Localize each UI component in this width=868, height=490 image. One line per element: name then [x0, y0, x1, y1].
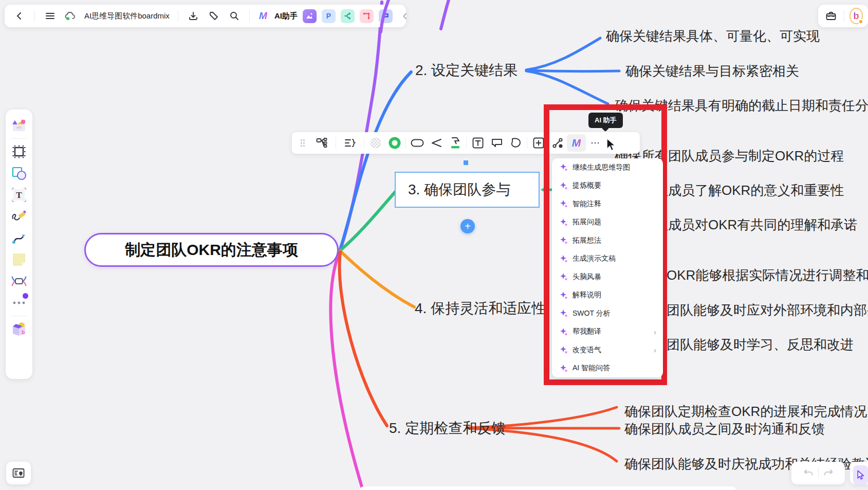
left-tool-sidebar: T b — [6, 110, 32, 379]
export-download-icon[interactable] — [186, 8, 201, 24]
undo-redo-pill — [791, 462, 845, 484]
shapes-tool-icon[interactable] — [9, 162, 29, 184]
resource-box-icon[interactable]: b — [9, 318, 29, 340]
comment-button[interactable] — [487, 134, 506, 152]
branch-node-4[interactable]: 4. 保持灵活和适应性 — [415, 299, 546, 318]
divider — [527, 137, 527, 149]
toolbox-icon[interactable] — [823, 8, 839, 24]
templates-icon[interactable] — [9, 115, 29, 136]
leaf-node[interactable]: 确保关键结果具体、可量化、可实现 — [606, 27, 820, 45]
frame-tool-icon[interactable] — [9, 141, 29, 162]
menu-item-generate-slides[interactable]: 生成演示文稿 — [552, 250, 663, 268]
fill-transparent-button[interactable] — [366, 134, 385, 152]
branch3-collapse-arrow — [541, 185, 548, 194]
svg-text:T: T — [16, 190, 22, 200]
central-topic-node[interactable]: 制定团队OKR的注意事项 — [84, 233, 339, 267]
menu-item-swot-analysis[interactable]: SWOT 分析 — [552, 304, 663, 323]
flowchart-icon[interactable] — [360, 9, 374, 23]
chevron-down-icon: ˅ — [353, 140, 356, 146]
back-button[interactable] — [12, 8, 27, 24]
app-p-icon[interactable]: P — [322, 9, 336, 23]
menu-item-translate[interactable]: 帮我翻译› — [552, 323, 663, 341]
leaf-node[interactable]: 确保团队成员之间及时沟通和反馈 — [624, 420, 825, 438]
submenu-arrow-icon: › — [654, 346, 656, 354]
top-right-toolbar: b — [818, 5, 868, 27]
menu-hamburger-icon[interactable] — [42, 8, 58, 24]
image-tool-icon[interactable] — [303, 9, 317, 23]
undo-button[interactable] — [801, 465, 816, 481]
divider — [178, 10, 178, 22]
branch-node-3-selected[interactable]: 3. 确保团队参与 — [395, 172, 540, 208]
branch-color-button[interactable] — [446, 134, 465, 152]
menu-item-expand-questions[interactable]: 拓展问题 — [552, 213, 663, 232]
sticky-note-icon[interactable] — [9, 249, 29, 270]
sticker-blob-button[interactable] — [506, 134, 525, 152]
branch-node-5[interactable]: 5. 定期检查和反馈 — [389, 419, 506, 438]
bottom-page-bar — [360, 486, 736, 490]
chevron-down-icon: ˅ — [324, 140, 327, 146]
share-node-icon[interactable] — [341, 9, 355, 23]
cloud-sync-icon[interactable] — [63, 8, 78, 24]
divider — [466, 137, 467, 149]
logo-badge — [858, 19, 863, 24]
collapse-toolbar-icon[interactable] — [398, 8, 413, 24]
branch6-curve-magenta — [330, 253, 363, 490]
branch-style-button[interactable] — [427, 134, 446, 152]
leaf-node[interactable]: 确保团队能够及时应对外部环境和内部条件的变化 — [640, 301, 868, 319]
more-tools-icon[interactable] — [9, 292, 29, 314]
insert-node-button[interactable] — [529, 134, 548, 152]
more-options-button[interactable]: ⋯ — [586, 134, 605, 152]
divider — [364, 137, 364, 149]
ai-assistant-tooltip: AI 助手 — [588, 113, 623, 128]
border-color-button[interactable] — [385, 134, 404, 152]
submenu-arrow-icon: › — [654, 328, 656, 336]
svg-text:b: b — [22, 330, 25, 335]
numbering-style-dropdown[interactable]: ˅ — [338, 134, 362, 152]
leaf-node[interactable]: 确保团队定期检查OKR的进展和完成情况 — [624, 403, 867, 421]
menu-item-brainstorm[interactable]: 头脑风暴 — [552, 268, 663, 286]
minimap-button[interactable] — [6, 462, 31, 484]
boardmix-logo[interactable]: b — [849, 8, 863, 24]
selection-handle[interactable] — [464, 160, 468, 165]
relation-line-button[interactable] — [548, 134, 567, 152]
leaf-node[interactable]: 确保OKR能够根据实际情况进行调整和优化 — [640, 266, 868, 284]
menu-item-summarize[interactable]: 提炼概要 — [552, 177, 663, 195]
tag-icon[interactable] — [206, 8, 221, 24]
structure-layout-dropdown[interactable]: ˅ — [309, 134, 334, 152]
add-child-button[interactable]: + — [460, 219, 475, 233]
ai-assistant-menu: 继续生成思维导图 提炼概要 智能注释 拓展问题 拓展想法 生成演示文稿 头脑风暴… — [552, 158, 663, 377]
leaf-node[interactable]: 确保关键结果与目标紧密相关 — [625, 62, 799, 80]
divider — [11, 316, 27, 316]
menu-item-continue-mindmap[interactable]: 继续生成思维导图 — [552, 158, 663, 177]
top-toolbar: AI思维导图软件boardmix M AI助手 P — [5, 5, 406, 27]
document-title[interactable]: AI思维导图软件boardmix — [83, 11, 171, 21]
text-style-button[interactable] — [468, 134, 487, 152]
cursor-mode-pill — [850, 462, 868, 484]
node-shape-button[interactable] — [408, 134, 427, 152]
redo-button[interactable] — [821, 465, 836, 481]
node-context-toolbar: ˅ ˅ M ⋯ — [292, 132, 640, 154]
menu-item-explain[interactable]: 解释说明 — [552, 286, 663, 305]
ai-assistant-logo-icon: M — [257, 8, 269, 24]
branch4-curve — [340, 251, 414, 307]
ai-assistant-button[interactable]: AI助手 — [274, 11, 298, 21]
pen-tool-icon[interactable] — [9, 206, 29, 227]
menu-item-smart-annotate[interactable]: 智能注释 — [552, 195, 663, 213]
leaf-node[interactable]: 确保关键结果具有明确的截止日期和责任分配 — [615, 97, 868, 115]
branch5-curve — [340, 252, 387, 426]
menu-item-expand-ideas[interactable]: 拓展想法 — [552, 231, 663, 250]
menu-item-ai-qa[interactable]: AI 智能问答 — [552, 359, 663, 378]
menu-item-change-tone[interactable]: 改变语气› — [552, 341, 663, 359]
divider — [818, 467, 819, 479]
ai-assistant-toolbar-button[interactable]: M — [567, 134, 586, 152]
leaf-node[interactable]: 确保团队能够及时学习、反思和改进 — [640, 336, 854, 354]
connector-tool-icon[interactable] — [9, 227, 29, 249]
chat-bubble-icon[interactable] — [379, 9, 393, 23]
drag-handle[interactable] — [296, 134, 309, 152]
select-cursor-button[interactable] — [853, 465, 868, 485]
search-icon[interactable] — [227, 8, 242, 24]
text-tool-icon[interactable]: T — [9, 184, 29, 206]
mindmap-tool-icon[interactable] — [9, 270, 29, 292]
divider — [405, 137, 406, 149]
branch-node-2[interactable]: 2. 设定关键结果 — [415, 61, 518, 80]
